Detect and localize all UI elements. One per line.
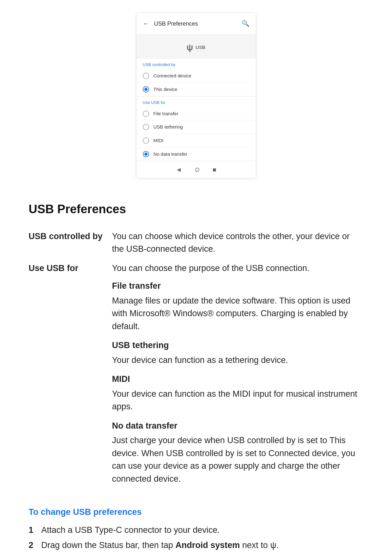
- radio-inner-no-data: [144, 153, 148, 156]
- radio-this-device[interactable]: This device: [136, 83, 256, 96]
- subsection-text-tethering: Your device can function as a tethering …: [112, 354, 364, 367]
- subsection-title-file-transfer: File transfer: [112, 280, 364, 292]
- radio-circle-file-transfer: [143, 111, 149, 117]
- step-2-text: Drag down the Status bar, then tap Andro…: [41, 539, 279, 551]
- radio-label-connected: Connected device: [154, 72, 191, 79]
- description-table: USB controlled by You can choose which d…: [29, 227, 364, 495]
- subsection-no-data: No data transfer Just charge your device…: [112, 419, 364, 485]
- to-change-link[interactable]: To change USB preferences: [29, 506, 364, 518]
- page: ← USB Preferences 🔍 ψ USB USB controlled…: [0, 0, 392, 554]
- back-button[interactable]: ←: [143, 19, 150, 29]
- radio-circle-connected: [143, 73, 149, 79]
- radio-usb-tethering[interactable]: USB tethering: [136, 120, 256, 134]
- desc-controlled-by: You can choose which device controls the…: [112, 227, 364, 259]
- radio-label-this-device: This device: [154, 86, 178, 93]
- term-controlled-by: USB controlled by: [29, 227, 112, 259]
- step-2-num: 2: [29, 539, 38, 551]
- radio-circle-midi: [143, 137, 149, 144]
- step-1-text: Attach a USB Type-C connector to your de…: [41, 524, 220, 536]
- content-area: USB Preferences USB controlled by You ca…: [22, 197, 370, 554]
- radio-label-midi: MIDI: [154, 137, 164, 144]
- step-1-num: 1: [29, 524, 38, 536]
- step-2: 2 Drag down the Status bar, then tap And…: [29, 539, 364, 551]
- phone-screen-title: USB Preferences: [154, 20, 242, 28]
- step-1: 1 Attach a USB Type-C connector to your …: [29, 524, 364, 536]
- radio-circle-this-device: [143, 86, 149, 93]
- table-row-controlled-by: USB controlled by You can choose which d…: [29, 227, 364, 259]
- radio-circle-no-data: [143, 151, 149, 157]
- term-use-for: Use USB for: [29, 259, 112, 495]
- nav-back-button[interactable]: ◄: [176, 165, 182, 174]
- phone-screenshot: ← USB Preferences 🔍 ψ USB USB controlled…: [136, 13, 256, 178]
- page-title: USB Preferences: [29, 201, 364, 218]
- subsection-text-midi: Your device can function as the MIDI inp…: [112, 388, 364, 413]
- subsection-title-tethering: USB tethering: [112, 339, 364, 352]
- subsection-text-file-transfer: Manage files or update the device softwa…: [112, 294, 364, 333]
- nav-recents-button[interactable]: ■: [213, 165, 216, 174]
- subsection-title-midi: MIDI: [112, 373, 364, 386]
- section-label-use-for: Use USB for: [136, 97, 256, 107]
- radio-connected-device[interactable]: Connected device: [136, 69, 256, 83]
- table-row-use-for: Use USB for You can choose the purpose o…: [29, 259, 364, 495]
- subsection-file-transfer: File transfer Manage files or update the…: [112, 280, 364, 333]
- subsection-midi: MIDI Your device can function as the MID…: [112, 373, 364, 413]
- subsection-usb-tethering: USB tethering Your device can function a…: [112, 339, 364, 366]
- radio-label-file-transfer: File transfer: [154, 110, 178, 117]
- phone-navbar: ◄ ⊙ ■: [136, 161, 256, 178]
- usb-symbol-icon: ψ: [187, 41, 193, 54]
- radio-no-data[interactable]: No data transfer: [136, 148, 256, 161]
- radio-label-tethering: USB tethering: [154, 123, 183, 130]
- phone-topbar: ← USB Preferences 🔍: [136, 13, 256, 35]
- section-label-controlled-by: USB controlled by: [136, 59, 256, 69]
- usb-icon-row: ψ USB: [136, 35, 256, 59]
- steps-list: 1 Attach a USB Type-C connector to your …: [29, 524, 364, 554]
- radio-label-no-data: No data transfer: [154, 151, 188, 158]
- desc-use-for: You can choose the purpose of the USB co…: [112, 259, 364, 495]
- usb-icon-label: USB: [196, 44, 205, 51]
- nav-home-button[interactable]: ⊙: [195, 165, 200, 174]
- radio-inner-selected: [144, 88, 148, 91]
- radio-midi[interactable]: MIDI: [136, 134, 256, 148]
- subsection-text-no-data: Just charge your device when USB control…: [112, 434, 364, 485]
- radio-circle-tethering: [143, 124, 149, 130]
- radio-file-transfer[interactable]: File transfer: [136, 107, 256, 121]
- search-icon[interactable]: 🔍: [242, 19, 250, 28]
- subsection-title-no-data: No data transfer: [112, 419, 364, 432]
